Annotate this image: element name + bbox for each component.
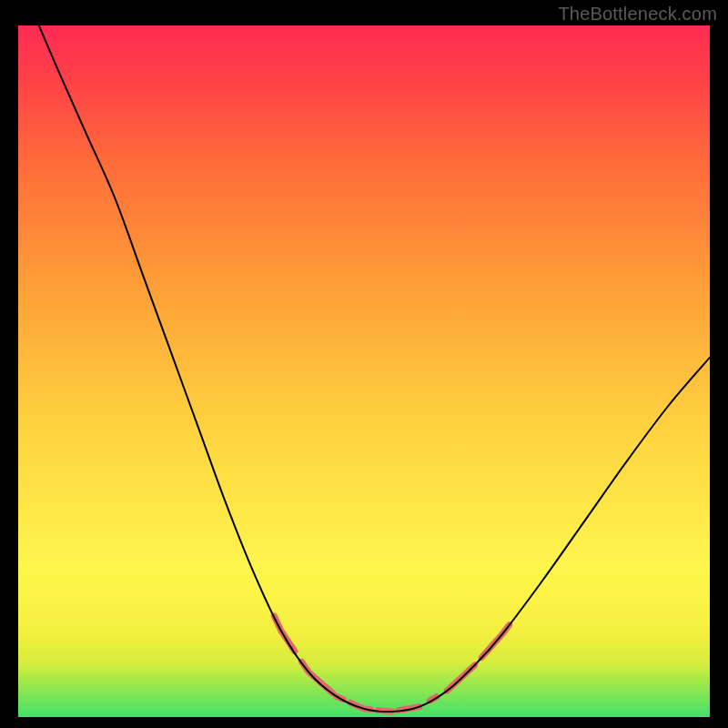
plot-area bbox=[18, 25, 710, 717]
chart-svg bbox=[18, 25, 710, 717]
gradient-background bbox=[18, 25, 710, 717]
chart-stage: TheBottleneck.com bbox=[0, 0, 728, 728]
watermark-text: TheBottleneck.com bbox=[558, 4, 717, 25]
